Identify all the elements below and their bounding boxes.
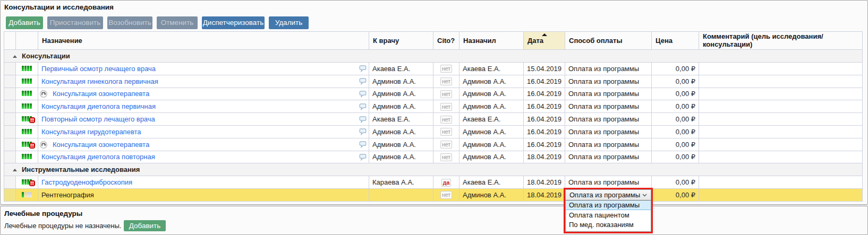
header-payment[interactable]: Способ оплаты bbox=[565, 32, 652, 50]
collapse-icon[interactable] bbox=[13, 55, 17, 58]
header-price[interactable]: Цена bbox=[652, 32, 699, 50]
panel-title: Консультации и исследования bbox=[4, 3, 114, 11]
table-row[interactable]: Консультация диетолога повторнаяАдминов … bbox=[4, 151, 863, 163]
payment-cell: Оплата из программы bbox=[565, 100, 652, 113]
payment-cell: Оплата из программы bbox=[565, 151, 652, 163]
table-row[interactable]: Консультация гинеколога первичнаяАдминов… bbox=[4, 75, 863, 88]
group-label: Инструментальные исследования bbox=[22, 166, 140, 173]
procedures-add-button[interactable]: Добавить bbox=[124, 220, 166, 231]
comment-bubble-icon[interactable] bbox=[359, 141, 367, 148]
doctor-cell: Караева А.А. bbox=[369, 176, 433, 189]
row-status-cell bbox=[16, 125, 38, 138]
date-cell: 16.04.2019 bbox=[524, 75, 565, 88]
price-cell: 0,00 ₽ bbox=[652, 75, 699, 88]
progress-bars-icon bbox=[22, 154, 32, 159]
comment-bubble-icon[interactable] bbox=[359, 116, 367, 123]
table-row[interactable]: Консультация озонотерапевтаАдминов А.А.н… bbox=[4, 88, 863, 100]
add-button[interactable]: Добавить bbox=[6, 16, 43, 29]
row-status-cell bbox=[16, 62, 38, 75]
assignment-link[interactable]: Повторный осмотр лечащего врача bbox=[41, 115, 155, 123]
assignment-link[interactable]: Консультация озонотерапевта bbox=[53, 141, 149, 149]
header-author[interactable]: Назначил bbox=[459, 32, 524, 50]
table-row[interactable]: Консультация гирудотерапевтаАдминов А.А.… bbox=[4, 125, 863, 138]
progress-bars-icon bbox=[22, 91, 32, 96]
date-cell: 16.04.2019 bbox=[524, 125, 565, 138]
header-comment[interactable]: Комментарий (цель исследования/консульта… bbox=[699, 32, 863, 50]
cito-cell: да bbox=[433, 176, 459, 189]
table-row[interactable]: Консультация диетолога первичнаяАдминов … bbox=[4, 100, 863, 113]
assignment-link[interactable]: Консультация озонотерапевта bbox=[53, 90, 149, 98]
table-row[interactable]: Повторный осмотр лечащего врачаАкаева Е.… bbox=[4, 113, 863, 126]
progress-bars-icon bbox=[22, 79, 32, 84]
payment-cell: Оплата из программы bbox=[565, 113, 652, 126]
doctor-cell: Админов А.А. bbox=[369, 75, 433, 88]
payment-cell: Оплата из программы bbox=[565, 62, 652, 75]
author-cell: Админов А.А. bbox=[459, 151, 524, 163]
cito-cell: нет bbox=[433, 188, 459, 201]
price-cell: 0,00 ₽ bbox=[652, 176, 699, 189]
comment-cell bbox=[699, 176, 863, 189]
doctor-cell: Админов А.А. bbox=[369, 88, 433, 100]
header-name[interactable]: Назначение bbox=[38, 32, 369, 50]
payment-option[interactable]: По мед. показаниям bbox=[566, 220, 651, 230]
row-expander-cell bbox=[4, 151, 16, 163]
resume-button: Возобновить bbox=[107, 16, 152, 29]
comment-bubble-icon[interactable] bbox=[359, 91, 367, 98]
progress-bars-icon bbox=[22, 103, 32, 109]
table-row[interactable]: Консультация озонотерапевтаАдминов А.А.н… bbox=[4, 138, 863, 151]
chevron-down-icon bbox=[642, 194, 647, 197]
cito-cell: нет bbox=[433, 75, 459, 88]
comment-bubble-icon[interactable] bbox=[359, 78, 367, 85]
date-cell: 15.04.2019 bbox=[524, 62, 565, 75]
payment-options-list: Оплата из программыОплата пациентомПо ме… bbox=[565, 201, 651, 232]
comment-bubble-icon[interactable] bbox=[359, 154, 367, 161]
table-row[interactable]: РентгенографиянетАдминов А.А.18.04.20190… bbox=[4, 188, 863, 201]
payment-dropdown-annotation: Оплата из программы Оплата из программыО… bbox=[564, 188, 653, 233]
table-row[interactable]: ГастродуоденофиброскопияКараева А.А.даАк… bbox=[4, 176, 863, 189]
header-date[interactable]: Дата bbox=[524, 32, 565, 50]
alert-icon bbox=[29, 143, 35, 149]
payment-option[interactable]: Оплата пациентом bbox=[566, 210, 651, 220]
group-row[interactable]: Инструментальные исследования bbox=[4, 163, 863, 176]
dispatch-button[interactable]: Диспетчеризовать bbox=[202, 16, 265, 29]
payment-cell: Оплата из программы bbox=[565, 75, 652, 88]
table-row[interactable]: Первичный осмотр лечащего врачаАкаева Е.… bbox=[4, 62, 863, 75]
assignment-link[interactable]: Гастродуоденофиброскопия bbox=[41, 178, 132, 186]
row-expander-cell bbox=[4, 75, 16, 88]
row-status-cell bbox=[16, 113, 38, 126]
payment-option[interactable]: Оплата из программы bbox=[566, 201, 651, 210]
row-status-cell bbox=[16, 151, 38, 163]
comment-bubble-icon[interactable] bbox=[359, 65, 367, 72]
header-cito[interactable]: Cito? bbox=[433, 32, 459, 50]
assignment-link[interactable]: Консультация гинеколога первичная bbox=[41, 77, 158, 85]
comment-bubble-icon[interactable] bbox=[359, 128, 367, 135]
consultations-panel: Консультации и исследования ДобавитьПрио… bbox=[0, 0, 868, 205]
comment-cell bbox=[699, 151, 863, 163]
cito-cell: нет bbox=[433, 138, 459, 151]
toolbar: ДобавитьПриостановитьВозобновитьОтменить… bbox=[6, 16, 309, 29]
doctor-cell: Акаева Е.А. bbox=[369, 113, 433, 126]
collapse-icon[interactable] bbox=[13, 169, 17, 171]
date-cell: 18.04.2019 bbox=[524, 151, 565, 163]
assignment-link[interactable]: Консультация гирудотерапевта bbox=[41, 128, 141, 136]
table-header-row: Назначение К врачу Cito? Назначил Дата С… bbox=[4, 32, 863, 50]
cancel-button: Отменить bbox=[157, 16, 198, 29]
header-doctor[interactable]: К врачу bbox=[369, 32, 433, 50]
author-cell: Акаева Е.А. bbox=[459, 62, 524, 75]
author-cell: Админов А.А. bbox=[459, 138, 524, 151]
assignment-link[interactable]: Первичный осмотр лечащего врача bbox=[41, 65, 156, 73]
date-cell: 16.04.2019 bbox=[524, 113, 565, 126]
procedures-empty-text: Лечебные процедуры не назначены. bbox=[4, 222, 121, 230]
pause-button: Приостановить bbox=[47, 16, 103, 29]
payment-cell: Оплата из программы bbox=[565, 138, 652, 151]
group-row[interactable]: Консультации bbox=[4, 50, 863, 63]
row-expander-cell bbox=[4, 188, 16, 201]
assignment-link[interactable]: Консультация диетолога первичная bbox=[41, 102, 156, 110]
payment-select[interactable]: Оплата из программы bbox=[565, 189, 651, 201]
assignments-table: Назначение К врачу Cito? Назначил Дата С… bbox=[4, 31, 863, 202]
assignment-link[interactable]: Консультация диетолога повторная bbox=[41, 153, 155, 161]
delete-button[interactable]: Удалить bbox=[269, 16, 309, 29]
payment-cell: Оплата из программы bbox=[565, 176, 652, 189]
price-cell: 0,00 ₽ bbox=[652, 62, 699, 75]
comment-bubble-icon[interactable] bbox=[359, 103, 367, 110]
